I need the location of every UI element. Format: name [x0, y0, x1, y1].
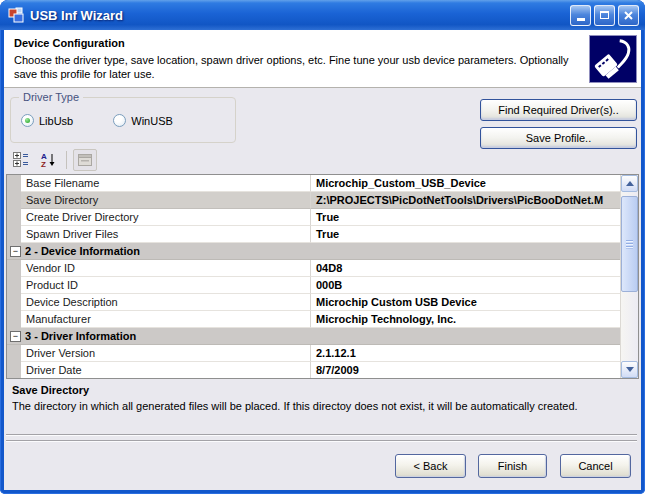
category-label: 3 - Driver Information: [25, 330, 136, 342]
row-indent: [7, 362, 21, 378]
svg-text:Z: Z: [41, 160, 46, 168]
radio-unselected-icon: [113, 114, 126, 127]
collapse-icon[interactable]: −: [10, 246, 21, 257]
property-pages-button: [73, 149, 97, 171]
scroll-down-icon: [626, 367, 634, 372]
dialog-body: Driver Type LibUsb WinUSB Find Required …: [4, 88, 641, 490]
propertygrid-toolbar: A Z: [9, 149, 97, 171]
row-label: Base Filename: [21, 175, 311, 192]
row-label: Save Directory: [21, 192, 311, 209]
radio-winusb[interactable]: WinUSB: [113, 114, 173, 127]
grid-row[interactable]: Driver Date8/7/2009: [7, 362, 620, 378]
row-value[interactable]: True: [311, 209, 620, 226]
window-title: USB Inf Wizard: [30, 8, 567, 23]
header-panel: Device Configuration Choose the driver t…: [4, 30, 641, 88]
divider: [6, 434, 637, 436]
driver-type-groupbox: Driver Type LibUsb WinUSB: [10, 97, 236, 143]
category-label: 2 - Device Information: [25, 245, 140, 257]
row-indent: [7, 345, 21, 362]
grid-row[interactable]: Vendor ID04D8: [7, 260, 620, 277]
row-indent: [7, 294, 21, 311]
categorized-view-button[interactable]: [9, 149, 33, 171]
row-indent: [7, 192, 21, 209]
save-profile-button[interactable]: Save Profile..: [480, 127, 637, 149]
page-title: Device Configuration: [14, 37, 125, 49]
grid-row[interactable]: Product ID000B: [7, 277, 620, 294]
category-row[interactable]: −3 - Driver Information: [7, 328, 620, 345]
back-button[interactable]: < Back: [395, 454, 466, 478]
row-indent: [7, 311, 21, 328]
property-grid: Base FilenameMicrochip_Custom_USB_Device…: [6, 174, 639, 379]
row-value[interactable]: Microchip Custom USB Device: [311, 294, 620, 311]
grid-row[interactable]: Save DirectoryZ:\PROJECTS\PicDotNetTools…: [7, 192, 620, 209]
minimize-icon: [577, 18, 585, 21]
row-indent: [7, 175, 21, 192]
page-description: Choose the driver type, save location, s…: [14, 53, 582, 81]
radio-libusb[interactable]: LibUsb: [21, 114, 73, 127]
help-description: The directory in which all generated fil…: [12, 400, 636, 412]
row-value[interactable]: Microchip Technology, Inc.: [311, 311, 620, 328]
finish-button[interactable]: Finish: [478, 454, 547, 478]
titlebar: USB Inf Wizard: [0, 0, 645, 30]
row-indent: [7, 277, 21, 294]
divider: [6, 440, 637, 442]
alphabetical-sort-button[interactable]: A Z: [36, 149, 60, 171]
scroll-down-button[interactable]: [621, 361, 638, 378]
close-icon: [623, 10, 634, 21]
thumb-grip-icon: [626, 240, 633, 249]
row-label: Driver Version: [21, 345, 311, 362]
help-title: Save Directory: [12, 384, 636, 396]
scroll-up-icon: [626, 181, 634, 186]
row-value[interactable]: 04D8: [311, 260, 620, 277]
grid-row[interactable]: Create Driver DirectoryTrue: [7, 209, 620, 226]
row-indent: [7, 260, 21, 277]
maximize-icon: [600, 11, 609, 19]
row-label: Manufacturer: [21, 311, 311, 328]
help-panel: Save Directory The directory in which al…: [12, 384, 636, 412]
row-value[interactable]: True: [311, 226, 620, 243]
row-label: Vendor ID: [21, 260, 311, 277]
window: USB Inf Wizard Device Configuration Choo…: [0, 0, 645, 494]
row-value[interactable]: 2.1.12.1: [311, 345, 620, 362]
row-value[interactable]: Microchip_Custom_USB_Device: [311, 175, 620, 192]
grid-row[interactable]: Device DescriptionMicrochip Custom USB D…: [7, 294, 620, 311]
radio-selected-icon: [21, 114, 34, 127]
maximize-button[interactable]: [594, 5, 615, 26]
scroll-thumb[interactable]: [621, 196, 638, 292]
grid-row[interactable]: Driver Version2.1.12.1: [7, 345, 620, 362]
radio-libusb-label: LibUsb: [39, 115, 73, 127]
row-value[interactable]: 8/7/2009: [311, 362, 620, 378]
categorized-icon: [13, 152, 29, 168]
row-label: Product ID: [21, 277, 311, 294]
driver-type-label: Driver Type: [19, 91, 83, 103]
grid-row[interactable]: Base FilenameMicrochip_Custom_USB_Device: [7, 175, 620, 192]
property-grid-rows: Base FilenameMicrochip_Custom_USB_Device…: [7, 175, 620, 378]
find-required-drivers-button[interactable]: Find Required Driver(s)..: [480, 99, 637, 121]
row-label: Create Driver Directory: [21, 209, 311, 226]
alphabetical-sort-icon: A Z: [40, 152, 56, 168]
usb-device-icon: [589, 35, 637, 83]
category-row[interactable]: −2 - Device Information: [7, 243, 620, 260]
row-label: Driver Date: [21, 362, 311, 378]
minimize-button[interactable]: [570, 5, 591, 26]
cancel-button[interactable]: Cancel: [560, 454, 631, 478]
row-label: Device Description: [21, 294, 311, 311]
close-button[interactable]: [618, 5, 639, 26]
grid-row[interactable]: ManufacturerMicrochip Technology, Inc.: [7, 311, 620, 328]
scroll-up-button[interactable]: [621, 175, 638, 192]
row-label: Spawn Driver Files: [21, 226, 311, 243]
grid-scrollbar[interactable]: [620, 175, 638, 378]
toolbar-separator: [66, 151, 67, 169]
row-value[interactable]: Z:\PROJECTS\PicDotNetTools\Drivers\PicBo…: [311, 192, 620, 209]
application-icon: [8, 7, 24, 23]
row-indent: [7, 209, 21, 226]
row-value[interactable]: 000B: [311, 277, 620, 294]
radio-winusb-label: WinUSB: [131, 115, 173, 127]
property-pages-icon: [78, 154, 92, 166]
collapse-icon[interactable]: −: [10, 331, 21, 342]
grid-row[interactable]: Spawn Driver FilesTrue: [7, 226, 620, 243]
row-indent: [7, 226, 21, 243]
